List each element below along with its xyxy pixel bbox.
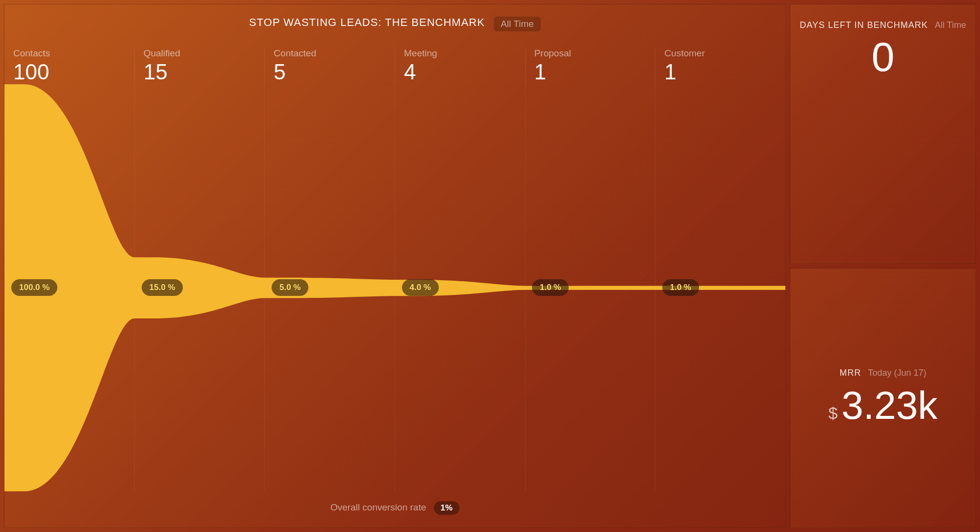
funnel-chart: 100.0 % 15.0 % 5.0 % 4.0 % 1.0 % 1.0 %: [4, 84, 785, 491]
stage-head: Contacts 100: [4, 48, 134, 84]
stage-label: Contacts: [13, 48, 134, 59]
stage-value: 100: [13, 60, 134, 84]
stage-head: Customer 1: [655, 48, 785, 84]
stage-label: Meeting: [404, 48, 525, 59]
stage-head: Qualified 15: [134, 48, 265, 84]
days-left-title: DAYS LEFT IN BENCHMARK: [800, 20, 928, 30]
mrr-panel: MRR Today (Jun 17) $ 3.23k: [790, 268, 976, 528]
stage-label: Contacted: [274, 48, 395, 59]
overall-conversion-label: Overall conversion rate: [330, 502, 426, 512]
stage-value: 15: [144, 60, 265, 84]
days-left-panel: DAYS LEFT IN BENCHMARK All Time 0: [790, 4, 976, 264]
funnel-stages-header: Contacts 100 Qualified 15 Contacted 5 Me…: [4, 36, 785, 84]
stage-value: 1: [534, 60, 655, 84]
funnel-header: STOP WASTING LEADS: THE BENCHMARK All Ti…: [4, 4, 785, 36]
mrr-currency-prefix: $: [829, 404, 838, 423]
days-left-value: 0: [872, 33, 895, 81]
stage-head: Proposal 1: [525, 48, 655, 84]
overall-conversion-badge: 1%: [434, 501, 460, 515]
stage-value: 5: [274, 60, 395, 84]
stage-label: Qualified: [144, 48, 265, 59]
stage-value: 1: [664, 60, 785, 84]
stage-head: Contacted 5: [264, 48, 395, 84]
stage-value: 4: [404, 60, 525, 84]
funnel-title: STOP WASTING LEADS: THE BENCHMARK: [249, 16, 485, 29]
funnel-footer: Overall conversion rate 1%: [4, 491, 785, 528]
funnel-period-badge[interactable]: All Time: [494, 17, 541, 31]
funnel-shape: [4, 84, 785, 491]
stage-head: Meeting 4: [395, 48, 525, 84]
mrr-title: MRR: [839, 368, 861, 378]
mrr-period: Today (Jun 17): [868, 368, 926, 378]
stage-label: Customer: [664, 48, 785, 59]
mrr-value: 3.23k: [842, 383, 938, 428]
funnel-panel: STOP WASTING LEADS: THE BENCHMARK All Ti…: [4, 4, 786, 528]
stage-label: Proposal: [534, 48, 655, 59]
days-left-period: All Time: [935, 20, 966, 30]
